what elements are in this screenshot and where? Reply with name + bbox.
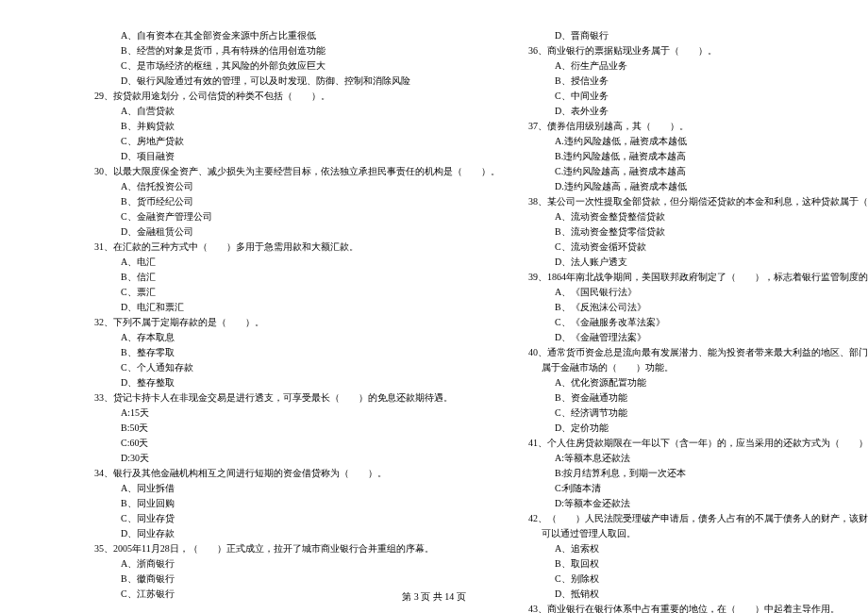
question-line: 42、（ ）人民法院受理破产申请后，债务人占有的不属于债务人的财产，该财产的权利… [528,511,868,526]
option-line: A:等额本息还款法 [528,451,868,466]
continuation-line: 可以通过管理人取回。 [528,526,868,541]
option-line: C:利随本清 [528,481,868,496]
option-line: D、定价功能 [528,421,868,436]
option-line: B:按月结算利息，到期一次还本 [528,466,868,481]
right-column: D、晋商银行36、商业银行的票据贴现业务属于（ ）。A、衍生产品业务B、授信业务… [528,28,868,613]
question-line: 40、通常货币资金总是流向最有发展潜力、能为投资者带来最大利益的地区、部门和企业… [528,345,868,360]
option-line: A、《国民银行法》 [528,285,868,300]
option-line: B、《反泡沫公司法》 [528,300,868,315]
option-line: B、并购贷款 [94,119,500,134]
option-line: A、存本取息 [94,330,500,345]
question-line: 30、以最大限度保全资产、减少损失为主要经营目标，依法独立承担民事责任的机构是（… [94,164,500,179]
option-line: B、整存零取 [94,345,500,360]
option-line: C.违约风险越高，融资成本越高 [528,164,868,179]
question-line: 32、下列不属于定期存款的是（ ）。 [94,315,500,330]
option-line: C、金融资产管理公司 [94,209,500,224]
question-line: 35、2005年11月28日，（ ）正式成立，拉开了城市商业银行合并重组的序幕。 [94,541,500,556]
option-line: B、同业回购 [94,496,500,511]
question-line: 39、1864年南北战争期间，美国联邦政府制定了（ ），标志着银行监管制度的正式… [528,270,868,285]
option-line: C、别除权 [528,572,868,587]
option-line: D、整存整取 [94,375,500,390]
option-line: D、晋商银行 [528,28,868,43]
option-line: C、流动资金循环贷款 [528,240,868,255]
option-line: A、自营贷款 [94,104,500,119]
option-line: B、流动资金整贷零偿贷款 [528,224,868,240]
option-line: A.违约风险越低，融资成本越低 [528,134,868,149]
option-line: C、是市场经济的枢纽，其风险的外部负效应巨大 [94,58,500,74]
document-page: A、自有资本在其全部资金来源中所占比重很低B、经营的对象是货币，具有特殊的信用创… [0,0,868,613]
option-line: A:15天 [94,406,500,421]
option-line: C、《金融服务改革法案》 [528,315,868,330]
question-line: 36、商业银行的票据贴现业务属于（ ）。 [528,43,868,58]
option-line: D、电汇和票汇 [94,300,500,315]
option-line: A、同业拆借 [94,481,500,496]
option-line: A、电汇 [94,255,500,270]
option-line: C、经济调节功能 [528,406,868,421]
option-line: A、衍生产品业务 [528,58,868,74]
option-line: A、流动资金整贷整偿贷款 [528,209,868,224]
option-line: C:60天 [94,436,500,451]
option-line: B、授信业务 [528,74,868,89]
option-line: D、法人账户透支 [528,255,868,270]
option-line: D、银行风险通过有效的管理，可以及时发现、防御、控制和消除风险 [94,74,500,89]
question-line: 33、贷记卡持卡人在非现金交易是进行透支，可享受最长（ ）的免息还款期待遇。 [94,390,500,406]
page-footer: 第 3 页 共 14 页 [0,590,868,604]
option-line: A、自有资本在其全部资金来源中所占比重很低 [94,28,500,43]
left-column: A、自有资本在其全部资金来源中所占比重很低B、经营的对象是货币，具有特殊的信用创… [94,28,500,613]
option-line: D、表外业务 [528,104,868,119]
option-line: A、信托投资公司 [94,179,500,194]
option-line: B、资金融通功能 [528,390,868,406]
option-line: A、优化资源配置功能 [528,375,868,390]
option-line: D、《金融管理法案》 [528,330,868,345]
option-line: C、同业存贷 [94,511,500,526]
option-line: B:50天 [94,421,500,436]
question-line: 31、在汇款的三种方式中（ ）多用于急需用款和大额汇款。 [94,240,500,255]
option-line: D.违约风险越高，融资成本越低 [528,179,868,194]
option-line: A、追索权 [528,541,868,556]
option-line: B、经营的对象是货币，具有特殊的信用创造功能 [94,43,500,58]
option-line: D:等额本金还款法 [528,496,868,511]
continuation-line: 属于金融市场的（ ）功能。 [528,360,868,375]
option-line: B、取回权 [528,556,868,572]
option-line: C、中间业务 [528,89,868,104]
option-line: D、项目融资 [94,149,500,164]
option-line: A、浙商银行 [94,556,500,572]
option-line: B、信汇 [94,270,500,285]
option-line: C、票汇 [94,285,500,300]
option-line: D、同业存款 [94,526,500,541]
question-line: 38、某公司一次性提取全部贷款，但分期偿还贷款的本金和利息，这种贷款属于（ ）。 [528,194,868,209]
option-line: D:30天 [94,451,500,466]
question-line: 34、银行及其他金融机构相互之间进行短期的资金借贷称为（ ）。 [94,466,500,481]
question-line: 29、按贷款用途划分，公司信贷的种类不包括（ ）。 [94,89,500,104]
option-line: B、徽商银行 [94,572,500,587]
option-line: D、金融租赁公司 [94,224,500,240]
option-line: C、个人通知存款 [94,360,500,375]
question-line: 37、债券信用级别越高，其（ ）。 [528,119,868,134]
option-line: C、房地产贷款 [94,134,500,149]
option-line: B.违约风险越低，融资成本越高 [528,149,868,164]
question-line: 41、个人住房贷款期限在一年以下（含一年）的，应当采用的还款方式为（ ）。 [528,436,868,451]
option-line: B、货币经纪公司 [94,194,500,209]
